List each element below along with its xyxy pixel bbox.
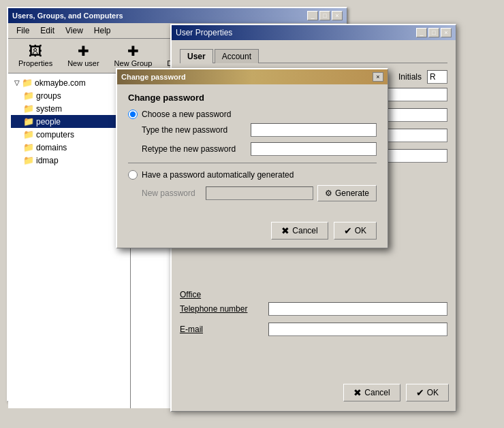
- telephone-input[interactable]: [268, 302, 447, 316]
- cancel-label: Cancel: [364, 388, 390, 397]
- pw-cancel-icon: ✖: [281, 225, 289, 236]
- ok-label: OK: [427, 388, 439, 397]
- initials-label: Initials: [398, 72, 422, 82]
- people-folder-icon: 📁: [23, 116, 34, 127]
- ok-icon: ✔: [416, 387, 424, 398]
- email-row: E-mail: [180, 323, 447, 336]
- user-props-ok-button[interactable]: ✔ OK: [406, 384, 449, 401]
- user-props-close[interactable]: ×: [441, 28, 452, 37]
- system-folder-icon: 📁: [23, 103, 34, 114]
- user-props-footer: ✖ Cancel ✔ OK: [343, 384, 449, 401]
- auto-password-section: Have a password automatically generated …: [128, 170, 377, 201]
- system-label: system: [36, 104, 62, 114]
- menu-file[interactable]: File: [11, 24, 35, 37]
- pw-cancel-label: Cancel: [292, 226, 317, 235]
- user-props-titlebar-btns: _ □ ×: [416, 28, 452, 37]
- groups-folder-icon: 📁: [23, 90, 34, 101]
- radio-auto-input[interactable]: [128, 170, 138, 180]
- properties-label: Properties: [18, 59, 52, 67]
- titlebar-buttons: _ □ ×: [307, 11, 343, 20]
- office-section-label: Office: [180, 290, 447, 299]
- close-btn[interactable]: ×: [332, 11, 343, 20]
- tree-item-idmap[interactable]: 📁 idmap: [11, 154, 127, 167]
- password-dialog-title: Change password: [121, 73, 186, 81]
- email-input[interactable]: [268, 323, 447, 336]
- radio-choose-label: Choose a new password: [142, 110, 231, 119]
- root-folder-icon: 📁: [22, 78, 33, 88]
- domains-label: domains: [36, 143, 67, 152]
- tree-item-domains[interactable]: 📁 domains: [11, 141, 127, 154]
- user-props-titlebar: User Properties _ □ ×: [172, 25, 456, 40]
- new-password-row: Type the new password: [142, 123, 377, 137]
- auto-password-label: New password: [142, 188, 206, 198]
- radio-auto-password: Have a password automatically generated: [128, 170, 377, 180]
- tab-user[interactable]: User: [180, 49, 213, 63]
- menu-edit[interactable]: Edit: [35, 24, 60, 37]
- main-titlebar: Users, Groups, and Computers _ □ ×: [8, 8, 347, 23]
- tree-root-label: okmaybe.com: [35, 78, 86, 88]
- new-password-input[interactable]: [251, 123, 377, 137]
- tree-item-people[interactable]: 📁 people: [11, 115, 127, 128]
- tree-expand-icon: ▽: [12, 79, 22, 86]
- change-password-dialog: Change password × Change password Choose…: [116, 68, 388, 248]
- password-heading: Change password: [128, 93, 377, 103]
- tree-item-computers[interactable]: 📁 computers: [11, 128, 127, 141]
- radio-choose-password: Choose a new password: [128, 110, 377, 119]
- generate-icon: ⚙: [325, 188, 332, 198]
- groups-label: groups: [36, 91, 61, 101]
- idmap-label: idmap: [36, 156, 59, 165]
- pw-ok-icon: ✔: [344, 225, 352, 236]
- user-props-maximize[interactable]: □: [428, 28, 439, 37]
- password-footer: ✖ Cancel ✔ OK: [117, 216, 388, 248]
- password-titlebar: Change password ×: [117, 69, 388, 84]
- password-content: Change password Choose a new password Ty…: [117, 84, 388, 216]
- new-user-icon: ✚: [78, 44, 89, 58]
- new-group-icon: ✚: [127, 44, 139, 58]
- password-cancel-button[interactable]: ✖ Cancel: [271, 222, 328, 240]
- user-props-cancel-button[interactable]: ✖ Cancel: [343, 384, 400, 401]
- people-label: people: [36, 117, 61, 127]
- retype-password-row: Retype the new password: [142, 142, 377, 156]
- main-title: Users, Groups, and Computers: [12, 12, 123, 20]
- radio-choose-input[interactable]: [128, 110, 138, 119]
- new-user-label: New user: [67, 59, 99, 67]
- tree-item-system[interactable]: 📁 system: [11, 102, 127, 115]
- user-props-minimize[interactable]: _: [416, 28, 427, 37]
- properties-button[interactable]: 🖼 Properties: [12, 42, 59, 70]
- generate-button[interactable]: ⚙ Generate: [317, 185, 377, 201]
- properties-icon: 🖼: [29, 44, 42, 58]
- user-props-title: User Properties: [176, 28, 232, 37]
- password-ok-button[interactable]: ✔ OK: [334, 222, 377, 240]
- password-close-btn[interactable]: ×: [373, 72, 383, 82]
- new-group-button[interactable]: ✚ New Group: [108, 42, 159, 70]
- new-password-label: Type the new password: [142, 125, 251, 135]
- tab-account[interactable]: Account: [215, 49, 259, 63]
- radio-auto-label: Have a password automatically generated: [142, 170, 294, 180]
- new-user-button[interactable]: ✚ New user: [61, 42, 105, 70]
- tab-row: User Account: [180, 48, 447, 63]
- maximize-btn[interactable]: □: [319, 11, 330, 20]
- cancel-icon: ✖: [353, 387, 362, 398]
- email-label: E-mail: [180, 325, 268, 334]
- pw-ok-label: OK: [355, 226, 366, 235]
- tree-panel: ▽ 📁 okmaybe.com 📁 groups 📁 system 📁 peop…: [8, 73, 131, 408]
- retype-password-input[interactable]: [251, 142, 377, 156]
- menu-help[interactable]: Help: [89, 24, 116, 37]
- generate-label: Generate: [335, 188, 369, 198]
- computers-label: computers: [36, 130, 74, 139]
- minimize-btn[interactable]: _: [307, 11, 318, 20]
- initials-input[interactable]: [427, 70, 447, 84]
- telephone-label: Telephone number: [180, 304, 268, 314]
- idmap-folder-icon: 📁: [23, 155, 34, 165]
- computers-folder-icon: 📁: [23, 129, 34, 139]
- auto-password-input[interactable]: [206, 186, 313, 200]
- domains-folder-icon: 📁: [23, 142, 34, 152]
- auto-password-row: New password ⚙ Generate: [142, 185, 377, 201]
- menu-view[interactable]: View: [60, 24, 89, 37]
- new-group-label: New Group: [114, 59, 153, 67]
- telephone-row: Telephone number: [180, 302, 447, 316]
- tree-root[interactable]: ▽ 📁 okmaybe.com: [11, 76, 127, 89]
- retype-password-label: Retype the new password: [142, 144, 251, 154]
- tree-item-groups[interactable]: 📁 groups: [11, 89, 127, 102]
- divider: [128, 163, 377, 163]
